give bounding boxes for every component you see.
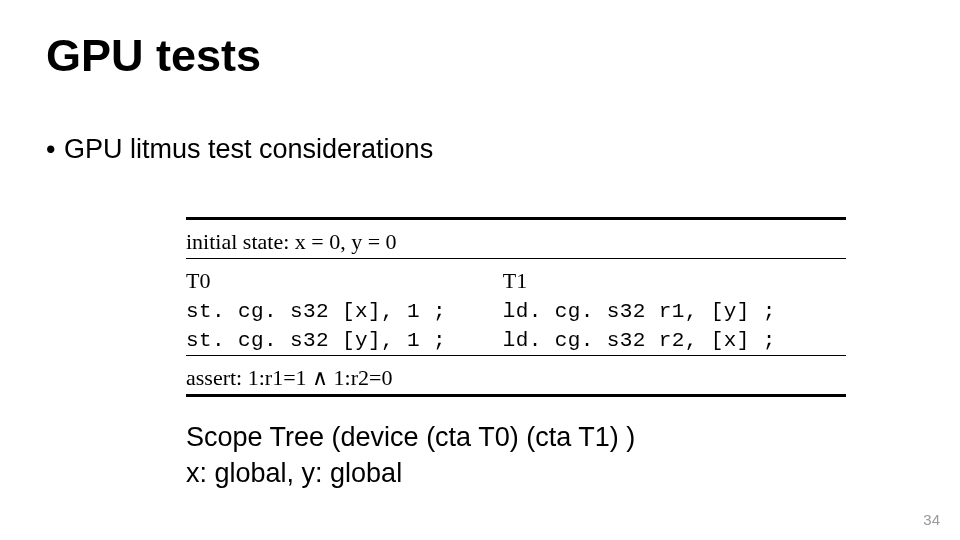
caption-line-2: x: global, y: global [186, 455, 846, 491]
slide: GPU tests GPU litmus test considerations… [0, 0, 960, 540]
t0-instruction-1: st. cg. s32 [x], 1 ; [186, 297, 503, 326]
page-number: 34 [923, 511, 940, 528]
litmus-test-figure: initial state: x = 0, y = 0 T0 T1 st. cg… [186, 217, 846, 492]
bullet-list: GPU litmus test considerations [46, 133, 914, 167]
litmus-table: initial state: x = 0, y = 0 T0 T1 st. cg… [186, 217, 846, 403]
thread-header-t0: T0 [186, 265, 503, 297]
t1-instruction-2: ld. cg. s32 r2, [x] ; [503, 326, 846, 356]
bullet-item: GPU litmus test considerations [46, 133, 914, 167]
slide-title: GPU tests [46, 32, 914, 79]
thread-header-t1: T1 [503, 265, 846, 297]
figure-caption: Scope Tree (device (cta T0) (cta T1) ) x… [186, 419, 846, 492]
t1-instruction-1: ld. cg. s32 r1, [y] ; [503, 297, 846, 326]
t0-instruction-2: st. cg. s32 [y], 1 ; [186, 326, 503, 356]
initial-state: initial state: x = 0, y = 0 [186, 226, 846, 259]
caption-line-1: Scope Tree (device (cta T0) (cta T1) ) [186, 422, 635, 452]
assert-line: assert: 1:r1=1 ∧ 1:r2=0 [186, 362, 846, 396]
